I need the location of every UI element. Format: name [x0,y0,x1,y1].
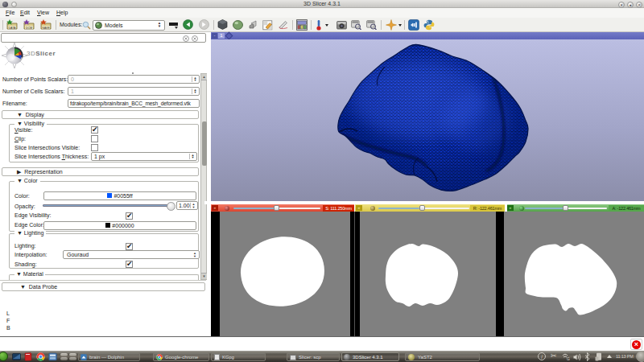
svg-text:DCM: DCM [26,27,32,30]
svg-text:DATA: DATA [8,27,16,30]
svg-text:SAVE: SAVE [42,27,50,30]
svg-text:G: G [567,356,570,361]
